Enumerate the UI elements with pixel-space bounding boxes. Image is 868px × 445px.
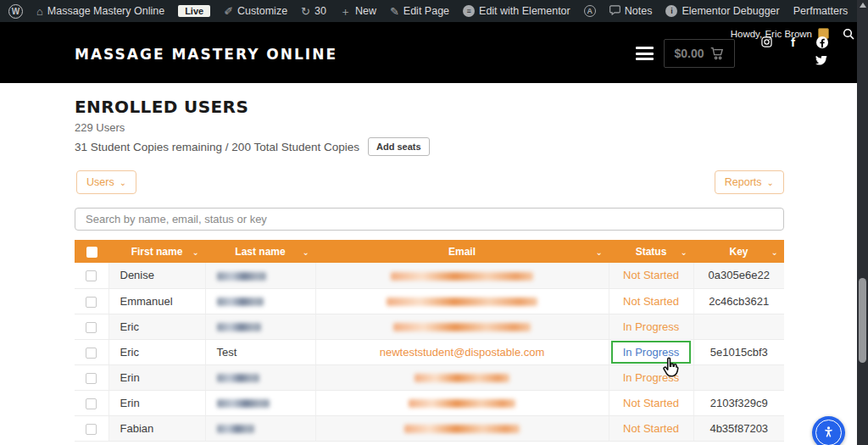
row-checkbox[interactable] xyxy=(86,297,97,308)
info-icon: i xyxy=(665,5,677,17)
sort-chevron-icon[interactable]: ⌄ xyxy=(596,247,603,256)
redacted-email xyxy=(409,399,515,408)
redacted-email xyxy=(404,425,520,433)
first-name-cell: Eric xyxy=(108,339,205,364)
key-cell: 5e1015cbf3 xyxy=(693,339,784,364)
first-name-cell: Fabian xyxy=(108,415,205,441)
elementor-icon: ≡ xyxy=(463,5,475,17)
admin-bar-notes[interactable]: Notes xyxy=(609,5,653,17)
table-row: Fabian Not Started 4b35f87203 xyxy=(75,415,784,441)
redacted-email xyxy=(415,374,509,382)
row-checkbox[interactable] xyxy=(86,322,97,333)
redacted-last-name xyxy=(217,374,259,382)
sort-chevron-icon[interactable]: ⌄ xyxy=(303,247,309,256)
header-first-name[interactable]: First name⌄ xyxy=(108,240,205,263)
cart-icon xyxy=(710,47,725,60)
key-cell: 4b35f87203 xyxy=(693,415,784,441)
reports-menu-button[interactable]: Reports ⌄ xyxy=(715,170,784,194)
redacted-last-name xyxy=(217,425,254,433)
status-link[interactable]: Not Started xyxy=(623,422,679,435)
accessibility-icon xyxy=(815,420,842,445)
search-input[interactable] xyxy=(75,208,784,231)
sort-chevron-icon[interactable]: ⌄ xyxy=(192,247,199,256)
header-key[interactable]: Key⌄ xyxy=(693,240,784,263)
site-logo[interactable]: MASSAGE MASTERY ONLINE xyxy=(75,46,337,63)
last-name-cell: Test xyxy=(205,339,315,364)
redacted-last-name xyxy=(217,399,270,408)
admin-bar-astra-menu[interactable]: A xyxy=(584,5,596,17)
redacted-email xyxy=(387,298,537,306)
select-all-checkbox[interactable] xyxy=(86,247,97,258)
facebook-f-icon[interactable]: f xyxy=(791,35,795,49)
redacted-last-name xyxy=(217,272,266,281)
row-checkbox[interactable] xyxy=(86,270,97,281)
site-header: Howdy, Eric Brown MASSAGE MASTERY ONLINE… xyxy=(0,22,868,83)
sort-chevron-icon[interactable]: ⌄ xyxy=(771,247,778,256)
status-link[interactable]: Not Started xyxy=(623,397,679,409)
screen: W ⌂ Massage Mastery Online Live ✐ Custom… xyxy=(0,0,868,445)
admin-bar-new[interactable]: ＋ New xyxy=(340,5,376,17)
twitter-icon[interactable] xyxy=(815,56,827,66)
chevron-down-icon: ⌄ xyxy=(120,178,126,187)
admin-bar-site-name[interactable]: ⌂ Massage Mastery Online xyxy=(36,5,164,17)
speech-bubble-icon xyxy=(609,5,620,17)
scrollbar-up-arrow[interactable] xyxy=(860,3,866,8)
row-checkbox[interactable] xyxy=(86,424,97,435)
status-link[interactable]: Not Started xyxy=(623,295,679,308)
facebook-circle-icon[interactable] xyxy=(816,36,828,48)
header-email[interactable]: Email⌄ xyxy=(315,240,609,263)
table-row: Denise Not Started 0a305e6e22 xyxy=(75,263,784,288)
admin-bar-updates[interactable]: ↻ 30 xyxy=(301,5,326,17)
menu-toggle-icon[interactable] xyxy=(636,47,654,64)
search-icon[interactable] xyxy=(843,28,854,40)
sort-chevron-icon[interactable]: ⌄ xyxy=(681,247,687,256)
status-link[interactable]: In Progress xyxy=(623,371,679,384)
select-all-header[interactable] xyxy=(75,240,108,263)
first-name-cell: Erin xyxy=(108,390,205,415)
add-seats-button[interactable]: Add seats xyxy=(368,137,430,156)
pencil-icon: ✎ xyxy=(390,6,399,17)
cart-total: $0.00 xyxy=(674,47,704,60)
admin-bar-customize[interactable]: ✐ Customize xyxy=(224,5,287,17)
status-link[interactable]: Not Started xyxy=(623,269,679,281)
row-checkbox[interactable] xyxy=(86,398,97,409)
enrolled-users-table: First name⌄ Last name⌄ Email⌄ Status⌄ Ke… xyxy=(75,240,784,442)
page-title: ENROLLED USERS xyxy=(75,97,248,117)
howdy-account[interactable]: Howdy, Eric Brown xyxy=(731,28,829,39)
redacted-last-name xyxy=(217,323,261,331)
wp-logo-menu[interactable]: W xyxy=(8,4,23,19)
row-checkbox[interactable] xyxy=(86,373,97,384)
astra-icon: A xyxy=(584,5,596,17)
first-name-cell: Denise xyxy=(108,263,205,288)
email-link[interactable]: newteststudent@dispostable.com xyxy=(380,346,545,359)
live-badge[interactable]: Live xyxy=(178,5,210,17)
status-link[interactable]: In Progress xyxy=(623,320,679,333)
instagram-icon[interactable] xyxy=(761,36,772,47)
redacted-last-name xyxy=(217,298,264,306)
brush-icon: ✐ xyxy=(224,6,233,17)
row-checkbox[interactable] xyxy=(86,348,97,359)
admin-bar-edit-with-elementor[interactable]: ≡ Edit with Elementor xyxy=(463,5,570,17)
admin-bar-elementor-debugger[interactable]: i Elementor Debugger xyxy=(665,5,779,17)
cart-button[interactable]: $0.00 xyxy=(664,39,735,68)
seats-remaining-text: 31 Student Copies remaining / 200 Total … xyxy=(75,141,359,153)
wp-admin-bar: W ⌂ Massage Mastery Online Live ✐ Custom… xyxy=(0,0,868,22)
first-name-cell: Emmanuel xyxy=(108,288,205,314)
home-icon: ⌂ xyxy=(36,6,43,17)
accessibility-button[interactable] xyxy=(812,416,845,445)
status-link[interactable]: In Progress xyxy=(623,346,679,359)
table-row: Erin In Progress xyxy=(75,364,784,390)
scrollbar-thumb[interactable] xyxy=(859,278,866,363)
users-menu-button[interactable]: Users ⌄ xyxy=(76,170,136,194)
key-cell: 2103f329c9 xyxy=(693,390,784,415)
first-name-cell: Eric xyxy=(108,314,205,339)
updates-count: 30 xyxy=(314,5,326,17)
header-last-name[interactable]: Last name⌄ xyxy=(205,240,315,263)
key-cell xyxy=(693,364,784,390)
chevron-down-icon: ⌄ xyxy=(767,178,774,187)
scrollbar[interactable] xyxy=(857,0,868,445)
user-count: 229 Users xyxy=(75,121,125,134)
header-status[interactable]: Status⌄ xyxy=(609,240,693,263)
admin-bar-edit-page[interactable]: ✎ Edit Page xyxy=(390,5,449,17)
admin-bar-perfmatters[interactable]: Perfmatters xyxy=(793,5,849,17)
